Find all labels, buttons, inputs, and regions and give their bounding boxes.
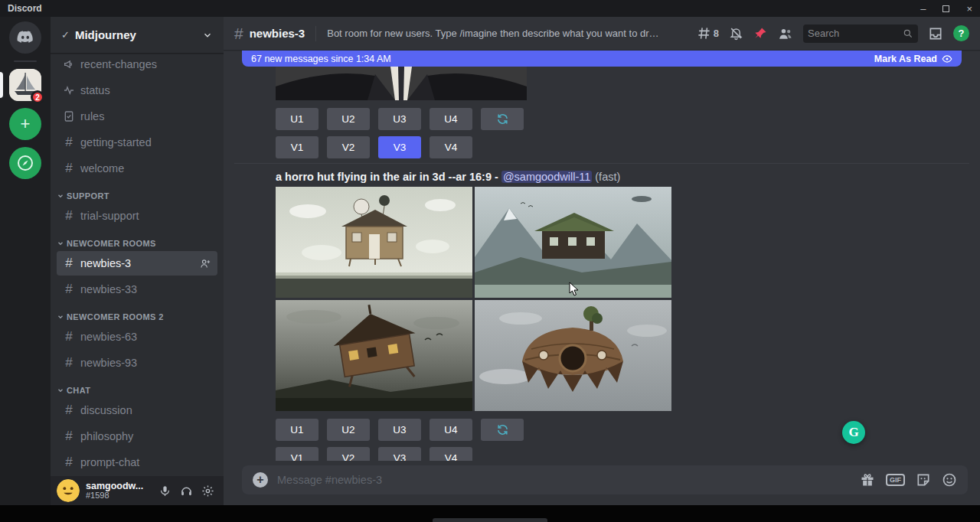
server-icon-midjourney[interactable]: 2	[9, 69, 41, 101]
variation-row: V1 V2 V3 V4	[276, 447, 980, 461]
message-input-bar[interactable]: + GIF	[242, 465, 968, 494]
u3-button[interactable]: U3	[378, 419, 421, 441]
sidebar-item-prompt-chat[interactable]: # prompt-chat	[57, 450, 217, 475]
mute-microphone-button[interactable]	[155, 481, 175, 501]
refresh-icon	[496, 113, 509, 126]
inbox-button[interactable]	[928, 26, 943, 41]
chevron-down-icon	[202, 30, 213, 41]
pinned-messages-button[interactable]	[753, 26, 768, 41]
add-server-button[interactable]: +	[9, 108, 41, 140]
sidebar-item-newbies-93[interactable]: # newbies-93	[57, 351, 217, 375]
v4-button[interactable]: V4	[430, 447, 472, 461]
emoji-picker-button[interactable]	[942, 472, 957, 488]
username[interactable]: samgoodw...	[86, 481, 143, 491]
grammarly-badge[interactable]: G	[842, 421, 865, 444]
section-header-support[interactable]: SUPPORT	[57, 191, 217, 201]
user-settings-button[interactable]	[198, 481, 217, 501]
generated-image-top-right[interactable]	[475, 187, 671, 298]
gift-icon	[860, 472, 875, 488]
v4-button[interactable]: V4	[430, 136, 472, 158]
channel-label: recent-changes	[80, 58, 157, 70]
attachment-image-partial[interactable]	[276, 67, 527, 100]
generated-image-bottom-right[interactable]	[475, 300, 671, 411]
maximize-button[interactable]	[942, 4, 949, 14]
generated-image-top-left[interactable]	[276, 187, 472, 298]
invite-people-icon[interactable]	[200, 258, 211, 269]
sticker-picker-button[interactable]	[916, 472, 931, 488]
sidebar-item-welcome[interactable]: # welcome	[57, 156, 217, 181]
sidebar-item-rules[interactable]: rules	[57, 104, 217, 129]
u3-button[interactable]: U3	[378, 108, 421, 130]
reroll-button[interactable]	[481, 108, 524, 130]
member-list-button[interactable]	[778, 26, 793, 41]
sidebar-item-trial-support[interactable]: # trial-support	[57, 204, 217, 228]
v1-button[interactable]: V1	[276, 136, 318, 158]
sidebar-item-getting-started[interactable]: # getting-started	[57, 130, 217, 155]
channel-label: discussion	[80, 404, 132, 416]
v2-button[interactable]: V2	[327, 447, 370, 461]
message-input[interactable]	[277, 474, 851, 486]
channel-topic[interactable]: Bot room for new users. Type /imagine th…	[327, 28, 664, 39]
user-mention[interactable]: @samgoodwill-11	[501, 171, 592, 183]
mark-as-read-button[interactable]: Mark As Read	[874, 54, 952, 64]
hash-icon: #	[63, 282, 75, 297]
sidebar-item-newbies-33[interactable]: # newbies-33	[57, 277, 217, 302]
flying-house-mountains-image	[475, 187, 671, 298]
generated-image-bottom-left[interactable]	[276, 300, 472, 411]
channel-toolbar: # newbies-3 Bot room for new users. Type…	[224, 17, 980, 51]
section-label: NEWCOMER ROOMS	[67, 239, 156, 248]
hash-icon: #	[234, 24, 243, 43]
flying-house-balloons-image	[276, 187, 472, 298]
upscale-row: U1 U2 U3 U4	[276, 419, 980, 441]
v3-button-selected[interactable]: V3	[378, 136, 421, 158]
channel-sidebar: ✓ Midjourney recent-changes status rules	[51, 17, 224, 505]
u2-button[interactable]: U2	[327, 108, 370, 130]
channel-label: philosophy	[80, 430, 133, 442]
gift-button[interactable]	[860, 472, 875, 488]
section-header-chat[interactable]: CHAT	[57, 386, 217, 395]
u1-button[interactable]: U1	[276, 108, 318, 130]
attach-file-button[interactable]: +	[253, 472, 268, 488]
sidebar-item-recent-changes[interactable]: recent-changes	[57, 54, 217, 77]
minimize-button[interactable]: –	[920, 4, 926, 14]
section-header-newcomer-rooms-2[interactable]: NEWCOMER ROOMS 2	[57, 312, 217, 321]
help-button[interactable]: ?	[953, 25, 969, 41]
server-header[interactable]: ✓ Midjourney	[51, 17, 224, 54]
emoji-smile-icon	[942, 472, 957, 488]
sidebar-item-newbies-63[interactable]: # newbies-63	[57, 325, 217, 349]
search-box[interactable]	[803, 24, 918, 43]
user-discriminator: #1598	[86, 491, 143, 501]
threads-count: 8	[714, 28, 719, 39]
channel-label: getting-started	[80, 136, 152, 148]
u4-button[interactable]: U4	[430, 108, 472, 130]
search-input[interactable]	[808, 28, 903, 39]
sidebar-item-philosophy[interactable]: # philosophy	[57, 424, 217, 449]
section-label: NEWCOMER ROOMS 2	[67, 312, 164, 321]
v3-button[interactable]: V3	[378, 447, 421, 461]
reroll-button[interactable]	[481, 419, 524, 441]
mark-as-read-label: Mark As Read	[874, 54, 937, 64]
u4-button[interactable]: U4	[430, 419, 472, 441]
sidebar-item-status[interactable]: status	[57, 78, 217, 103]
generated-image-portrait-suit	[276, 67, 527, 100]
explore-servers-button[interactable]	[9, 147, 41, 179]
hash-icon: #	[63, 355, 75, 370]
sidebar-item-newbies-3[interactable]: # newbies-3	[57, 251, 217, 276]
u1-button[interactable]: U1	[276, 419, 318, 441]
deafen-button[interactable]	[176, 481, 196, 501]
section-header-newcomer-rooms[interactable]: NEWCOMER ROOMS	[57, 239, 217, 248]
server-name: Midjourney	[75, 28, 136, 41]
v2-button[interactable]: V2	[327, 136, 370, 158]
avatar[interactable]	[57, 479, 80, 502]
v1-button[interactable]: V1	[276, 447, 318, 461]
notification-settings-button[interactable]	[729, 26, 743, 41]
sidebar-item-discussion[interactable]: # discussion	[57, 398, 217, 422]
close-button[interactable]: ×	[966, 4, 972, 14]
threads-button[interactable]: 8	[697, 26, 719, 41]
hash-icon: #	[63, 135, 75, 150]
discord-home-button[interactable]	[9, 21, 41, 54]
hash-icon: #	[63, 403, 75, 418]
gif-picker-button[interactable]: GIF	[886, 474, 905, 486]
generation-mode: (fast)	[592, 171, 620, 183]
u2-button[interactable]: U2	[327, 419, 370, 441]
